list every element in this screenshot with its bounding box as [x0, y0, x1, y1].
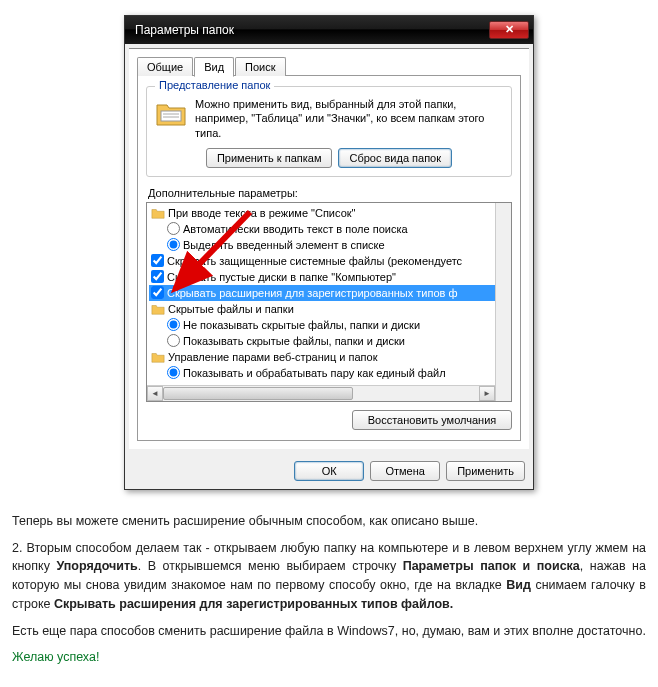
folder-views-icon: [155, 97, 187, 129]
tree-radio[interactable]: [167, 222, 180, 235]
advanced-tree[interactable]: При вводе текста в режиме "Список"Автома…: [146, 202, 512, 402]
restore-defaults-button[interactable]: Восстановить умолчания: [352, 410, 512, 430]
tree-item-0[interactable]: При вводе текста в режиме "Список": [149, 205, 509, 221]
tree-checkbox[interactable]: [151, 270, 164, 283]
vertical-scrollbar[interactable]: [495, 203, 511, 401]
scroll-h-track[interactable]: [163, 386, 479, 401]
ok-button[interactable]: ОК: [294, 461, 364, 481]
tree-item-3[interactable]: Скрывать защищенные системные файлы (рек…: [149, 253, 509, 269]
article-p4: Желаю успеха!: [12, 648, 646, 667]
tree-item-10[interactable]: Показывать и обрабатывать пару как едины…: [149, 365, 509, 381]
tree-radio[interactable]: [167, 318, 180, 331]
tree-item-1[interactable]: Автоматически вводить текст в поле поиск…: [149, 221, 509, 237]
svg-rect-0: [161, 111, 181, 121]
cancel-button[interactable]: Отмена: [370, 461, 440, 481]
advanced-label: Дополнительные параметры:: [148, 187, 512, 199]
folder-views-group: Представление папок Можно применить вид,…: [146, 86, 512, 177]
tree-checkbox[interactable]: [151, 254, 164, 267]
tree-item-label: Выделять введенный элемент в списке: [183, 239, 385, 251]
folder-icon: [151, 350, 165, 364]
dialog-footer: ОК Отмена Применить: [125, 453, 533, 489]
tree-item-label: Скрывать пустые диски в папке "Компьютер…: [167, 271, 396, 283]
tree-item-label: Автоматически вводить текст в поле поиск…: [183, 223, 408, 235]
scroll-left-button[interactable]: ◄: [147, 386, 163, 401]
tree-item-label: Не показывать скрытые файлы, папки и дис…: [183, 319, 420, 331]
tree-item-8[interactable]: Показывать скрытые файлы, папки и диски: [149, 333, 509, 349]
article-p1: Теперь вы можете сменить расширение обыч…: [12, 512, 646, 531]
apply-button[interactable]: Применить: [446, 461, 525, 481]
tree-item-4[interactable]: Скрывать пустые диски в папке "Компьютер…: [149, 269, 509, 285]
tree-item-label: При вводе текста в режиме "Список": [168, 207, 355, 219]
reset-folders-button[interactable]: Сброс вида папок: [338, 148, 452, 168]
tree-item-label: Показывать и обрабатывать пару как едины…: [183, 367, 446, 379]
tree-item-label: Скрывать расширения для зарегистрированн…: [167, 287, 457, 299]
tree-item-label: Управление парами веб-страниц и папок: [168, 351, 377, 363]
folder-icon: [151, 302, 165, 316]
tab-content: Представление папок Можно применить вид,…: [137, 75, 521, 441]
tree-item-9[interactable]: Управление парами веб-страниц и папок: [149, 349, 509, 365]
tree-item-label: Скрытые файлы и папки: [168, 303, 294, 315]
tab-search[interactable]: Поиск: [235, 57, 285, 76]
folder-options-dialog: Параметры папок ✕ Общие Вид Поиск Предст…: [124, 15, 534, 490]
folder-views-title: Представление папок: [155, 79, 274, 91]
tree-radio[interactable]: [167, 366, 180, 379]
tree-item-5[interactable]: Скрывать расширения для зарегистрированн…: [149, 285, 509, 301]
tab-view[interactable]: Вид: [194, 57, 234, 77]
dialog-body: Общие Вид Поиск Представление папок Можн…: [129, 48, 529, 449]
tree-radio[interactable]: [167, 238, 180, 251]
horizontal-scrollbar[interactable]: ◄ ►: [147, 385, 495, 401]
tree-radio[interactable]: [167, 334, 180, 347]
tree-item-label: Скрывать защищенные системные файлы (рек…: [167, 255, 462, 267]
article-text: Теперь вы можете сменить расширение обыч…: [0, 500, 658, 687]
folder-views-text: Можно применить вид, выбранный для этой …: [195, 97, 503, 140]
dialog-title: Параметры папок: [135, 23, 234, 37]
article-p2: 2. Вторым способом делаем так - открывае…: [12, 539, 646, 614]
folder-icon: [151, 206, 165, 220]
tree-item-2[interactable]: Выделять введенный элемент в списке: [149, 237, 509, 253]
article-p3: Есть еще пара способов сменить расширени…: [12, 622, 646, 641]
scroll-right-button[interactable]: ►: [479, 386, 495, 401]
tabs: Общие Вид Поиск: [137, 57, 521, 76]
titlebar: Параметры папок ✕: [125, 16, 533, 44]
tree-item-label: Показывать скрытые файлы, папки и диски: [183, 335, 405, 347]
close-button[interactable]: ✕: [489, 21, 529, 39]
tree-item-7[interactable]: Не показывать скрытые файлы, папки и дис…: [149, 317, 509, 333]
tree-item-6[interactable]: Скрытые файлы и папки: [149, 301, 509, 317]
tree-checkbox[interactable]: [151, 286, 164, 299]
scroll-h-thumb[interactable]: [163, 387, 353, 400]
tab-general[interactable]: Общие: [137, 57, 193, 76]
apply-to-folders-button[interactable]: Применить к папкам: [206, 148, 333, 168]
